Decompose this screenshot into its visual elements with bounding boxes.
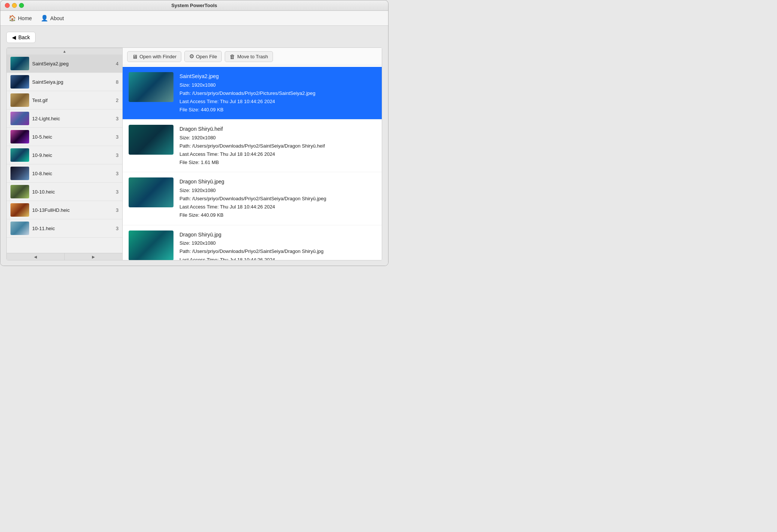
detail-list: SaintSeiya2.jpegSize: 1920x1080Path: /Us… <box>123 65 382 260</box>
detail-path: Path: /Users/priyo/Downloads/Priyo2/Sain… <box>179 247 323 256</box>
menu-home[interactable]: 🏠 Home <box>5 13 36 23</box>
file-name-label: Test.gif <box>32 98 113 103</box>
minimize-button[interactable] <box>12 3 17 8</box>
scroll-right-arrow[interactable]: ▶ <box>65 253 122 260</box>
detail-filename: Dragon Shiryū.heif <box>179 125 325 134</box>
file-thumbnail <box>10 112 29 125</box>
menu-home-label: Home <box>18 15 32 21</box>
title-bar: System PowerTools <box>0 0 388 11</box>
file-name-label: 10-10.heic <box>32 189 113 195</box>
back-button[interactable]: ◀ Back <box>6 32 36 43</box>
file-count-label: 8 <box>116 79 119 85</box>
file-count-label: 3 <box>116 189 119 195</box>
detail-size: Size: 1920x1080 <box>179 134 325 142</box>
detail-thumbnail <box>129 231 173 260</box>
file-count-label: 3 <box>116 226 119 231</box>
open-file-button[interactable]: ⚙ Open File <box>184 51 222 62</box>
toolbar: 🖥 Open with Finder ⚙ Open File 🗑 Move to… <box>123 48 382 65</box>
detail-access-time: Last Access Time: Thu Jul 18 10:44:26 20… <box>179 203 326 211</box>
file-list-item[interactable]: 10-5.heic3 <box>7 128 122 146</box>
file-list-item[interactable]: 10-8.heic3 <box>7 164 122 183</box>
file-name-label: 10-9.heic <box>32 152 113 158</box>
file-list: SaintSeiya2.jpeg4SaintSeiya.jpg8Test.gif… <box>7 55 122 253</box>
detail-text-block: SaintSeiya2.jpegSize: 1920x1080Path: /Us… <box>179 72 315 114</box>
file-count-label: 3 <box>116 207 119 213</box>
file-list-item[interactable]: SaintSeiya.jpg8 <box>7 73 122 91</box>
back-arrow-icon: ◀ <box>12 34 16 40</box>
file-name-label: 10-13FullHD.heic <box>32 207 113 213</box>
detail-thumbnail <box>129 125 173 155</box>
detail-access-time: Last Access Time: Thu Jul 18 10:44:26 20… <box>179 256 323 260</box>
detail-filesize: File Size: 440.09 KB <box>179 211 326 219</box>
open-finder-label: Open with Finder <box>139 54 176 59</box>
maximize-button[interactable] <box>19 3 24 8</box>
file-list-item[interactable]: 10-11.heic3 <box>7 219 122 238</box>
detail-access-time: Last Access Time: Thu Jul 18 10:44:26 20… <box>179 98 315 106</box>
file-thumbnail <box>10 93 29 107</box>
detail-list-item[interactable]: SaintSeiya2.jpegSize: 1920x1080Path: /Us… <box>123 67 382 120</box>
menu-about-label: About <box>50 15 64 21</box>
detail-size: Size: 1920x1080 <box>179 81 315 89</box>
detail-text-block: Dragon Shiryū.jpgSize: 1920x1080Path: /U… <box>179 231 323 260</box>
file-count-label: 3 <box>116 152 119 158</box>
detail-thumbnail <box>129 177 173 207</box>
file-name-label: 10-5.heic <box>32 134 113 140</box>
detail-path: Path: /Users/priyo/Downloads/Priyo2/Sain… <box>179 142 325 150</box>
main-split: ▲ SaintSeiya2.jpeg4SaintSeiya.jpg8Test.g… <box>6 47 382 260</box>
trash-icon: 🗑 <box>230 53 235 60</box>
right-panel: 🖥 Open with Finder ⚙ Open File 🗑 Move to… <box>123 48 382 260</box>
detail-path: Path: /Users/priyo/Downloads/Priyo2/Pict… <box>179 89 315 98</box>
content-area: ◀ Back ▲ SaintSeiya2.jpeg4SaintSeiya.jpg… <box>0 26 388 266</box>
detail-access-time: Last Access Time: Thu Jul 18 10:44:26 20… <box>179 150 325 158</box>
detail-list-item[interactable]: Dragon Shiryū.jpgSize: 1920x1080Path: /U… <box>123 225 382 260</box>
home-icon: 🏠 <box>9 15 16 22</box>
file-count-label: 4 <box>116 61 119 66</box>
detail-list-item[interactable]: Dragon Shiryū.jpegSize: 1920x1080Path: /… <box>123 172 382 225</box>
open-file-label: Open File <box>196 54 217 59</box>
left-panel: ▲ SaintSeiya2.jpeg4SaintSeiya.jpg8Test.g… <box>7 48 123 260</box>
file-name-label: 12-Light.heic <box>32 116 113 121</box>
open-finder-button[interactable]: 🖥 Open with Finder <box>127 51 181 62</box>
file-name-label: SaintSeiya.jpg <box>32 79 113 85</box>
scroll-left-arrow[interactable]: ◀ <box>7 253 65 260</box>
file-thumbnail <box>10 185 29 198</box>
menu-bar: 🏠 Home 👤 About <box>0 11 388 26</box>
left-bottom-bar: ◀ ▶ <box>7 253 122 260</box>
file-thumbnail <box>10 130 29 143</box>
move-trash-label: Move to Trash <box>237 54 268 59</box>
file-list-item[interactable]: 10-10.heic3 <box>7 183 122 201</box>
detail-list-item[interactable]: Dragon Shiryū.heifSize: 1920x1080Path: /… <box>123 120 382 172</box>
menu-about[interactable]: 👤 About <box>37 13 68 23</box>
file-list-item[interactable]: SaintSeiya2.jpeg4 <box>7 55 122 73</box>
file-count-label: 3 <box>116 171 119 176</box>
move-trash-button[interactable]: 🗑 Move to Trash <box>225 51 273 62</box>
detail-text-block: Dragon Shiryū.jpegSize: 1920x1080Path: /… <box>179 177 326 219</box>
detail-filename: Dragon Shiryū.jpg <box>179 231 323 239</box>
detail-filename: SaintSeiya2.jpeg <box>179 72 315 81</box>
file-thumbnail <box>10 167 29 180</box>
file-name-label: 10-8.heic <box>32 171 113 176</box>
person-icon: 👤 <box>41 15 48 22</box>
file-thumbnail <box>10 57 29 70</box>
file-name-label: SaintSeiya2.jpeg <box>32 61 113 66</box>
detail-text-block: Dragon Shiryū.heifSize: 1920x1080Path: /… <box>179 125 325 167</box>
file-count-label: 3 <box>116 116 119 121</box>
finder-icon: 🖥 <box>132 53 138 60</box>
file-count-label: 3 <box>116 134 119 140</box>
close-button[interactable] <box>5 3 10 8</box>
window-controls <box>5 3 24 8</box>
scroll-up-arrow[interactable]: ▲ <box>7 48 122 55</box>
file-thumbnail <box>10 148 29 162</box>
window-title: System PowerTools <box>171 3 217 8</box>
detail-path: Path: /Users/priyo/Downloads/Priyo2/Sain… <box>179 195 326 203</box>
detail-filesize: File Size: 1.61 MB <box>179 158 325 167</box>
back-button-label: Back <box>18 34 30 40</box>
file-thumbnail <box>10 75 29 89</box>
file-list-item[interactable]: Test.gif2 <box>7 91 122 109</box>
file-list-item[interactable]: 10-13FullHD.heic3 <box>7 201 122 219</box>
file-list-item[interactable]: 12-Light.heic3 <box>7 109 122 128</box>
file-thumbnail <box>10 222 29 235</box>
file-list-item[interactable]: 10-9.heic3 <box>7 146 122 164</box>
detail-filesize: File Size: 440.09 KB <box>179 106 315 114</box>
detail-size: Size: 1920x1080 <box>179 186 326 195</box>
